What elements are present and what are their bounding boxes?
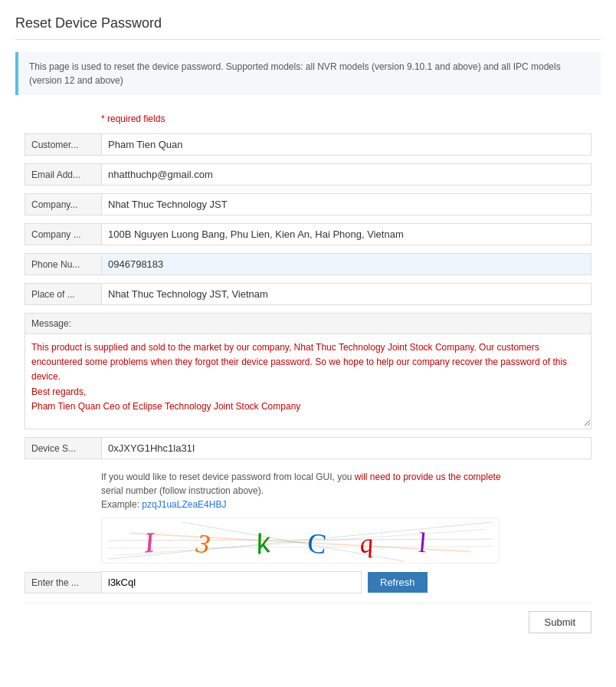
company-name-label: Company... — [25, 193, 101, 215]
captcha-input[interactable] — [101, 571, 362, 593]
customer-input[interactable] — [101, 133, 591, 156]
page-title: Reset Device Password — [15, 15, 601, 40]
device-serial-input[interactable] — [101, 437, 591, 459]
message-textarea[interactable]: This product is supplied and sold to the… — [25, 334, 591, 426]
phone-input[interactable] — [101, 253, 591, 275]
device-serial-row: Device S... — [25, 437, 591, 459]
customer-label: Customer... — [25, 133, 101, 156]
email-label: Email Add... — [25, 163, 101, 186]
captcha-svg: I 3 k C q l — [102, 518, 499, 563]
message-section: Message: This product is supplied and so… — [25, 313, 591, 429]
company-addr-input[interactable] — [101, 223, 591, 245]
email-row: Email Add... — [25, 163, 591, 186]
submit-row: Submit — [25, 603, 591, 633]
company-addr-row: Company ... — [25, 223, 591, 245]
phone-row: Phone Nu... — [25, 253, 591, 275]
captcha-image: I 3 k C q l — [101, 518, 500, 564]
svg-text:I: I — [143, 526, 157, 558]
svg-text:3: 3 — [194, 528, 212, 560]
place-label: Place of ... — [25, 283, 101, 305]
place-row: Place of ... — [25, 283, 591, 305]
info-box: This page is used to reset the device pa… — [15, 52, 601, 95]
refresh-button[interactable]: Refresh — [368, 572, 428, 593]
captcha-input-row: Enter the ... Refresh — [25, 571, 591, 593]
company-name-input[interactable] — [101, 193, 591, 215]
hint-line3-link: pzqJ1uaLZeaE4HBJ — [142, 499, 226, 510]
form-container: * required fields Customer... Email Add.… — [25, 113, 591, 633]
svg-line-1 — [108, 547, 493, 548]
company-addr-label: Company ... — [25, 223, 101, 245]
hint-line2: serial number (follow instruction above)… — [101, 485, 264, 496]
phone-label: Phone Nu... — [25, 253, 101, 275]
captcha-label: Enter the ... — [25, 572, 101, 593]
hint-line1-highlight: will need to provide us the complete — [355, 472, 501, 482]
submit-button[interactable]: Submit — [529, 611, 591, 633]
company-name-row: Company... — [25, 193, 591, 215]
device-serial-label: Device S... — [25, 437, 101, 459]
hint-line3-prefix: Example: — [101, 499, 142, 510]
customer-row: Customer... — [25, 133, 591, 156]
place-input[interactable] — [101, 283, 591, 305]
svg-text:l: l — [418, 527, 428, 559]
required-note: * required fields — [101, 113, 591, 124]
hint-text: If you would like to reset device passwo… — [101, 470, 591, 511]
hint-line1-prefix: If you would like to reset device passwo… — [101, 472, 355, 482]
message-label: Message: — [25, 314, 591, 334]
email-input[interactable] — [101, 163, 591, 186]
